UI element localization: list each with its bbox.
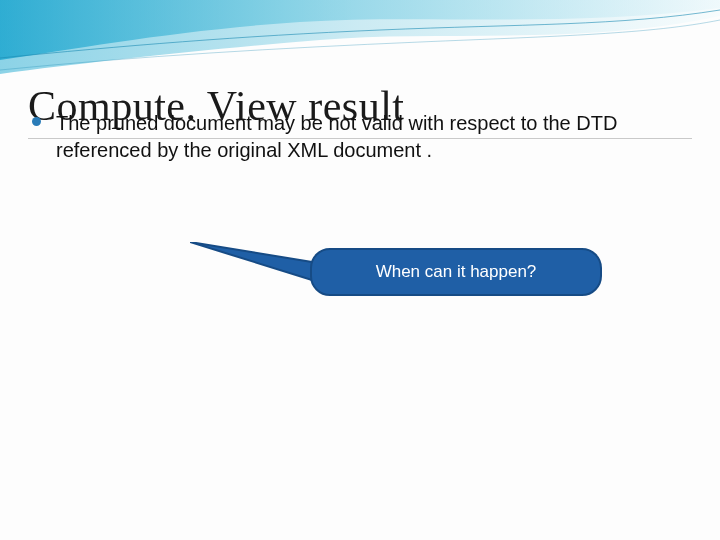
callout-text: When can it happen?	[376, 262, 537, 282]
bullet-text: The pruned document may be not valid wit…	[56, 110, 692, 164]
callout-tail-icon	[190, 242, 320, 294]
header-wave-decoration	[0, 0, 720, 90]
callout-bubble: When can it happen?	[310, 248, 602, 296]
svg-marker-0	[190, 242, 312, 280]
bullet-item: The pruned document may be not valid wit…	[28, 110, 692, 164]
bullet-dot-icon	[32, 117, 41, 126]
